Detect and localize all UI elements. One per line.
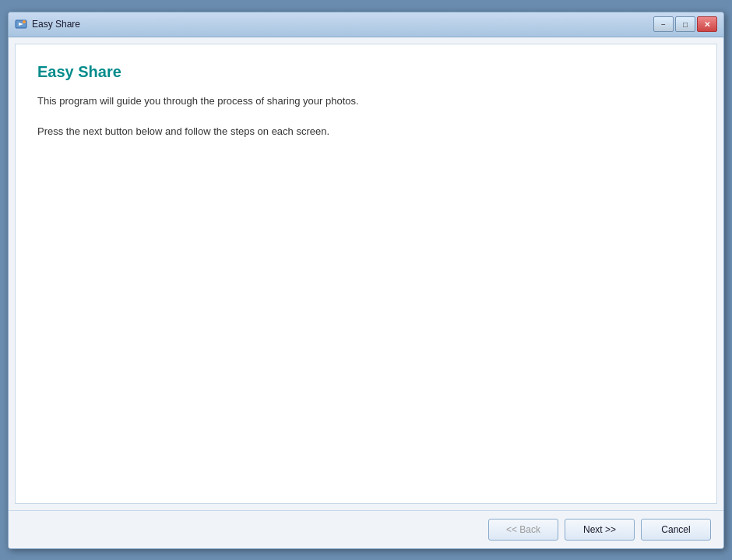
- description-line2: Press the next button below and follow t…: [37, 124, 695, 139]
- content-area: Easy Share This program will guide you t…: [15, 44, 717, 504]
- cancel-button[interactable]: Cancel: [641, 519, 711, 541]
- description-line1: This program will guide you through the …: [37, 93, 695, 109]
- title-bar-controls: − □ ✕: [653, 16, 717, 32]
- page-heading: Easy Share: [37, 63, 695, 81]
- title-bar: Easy Share − □ ✕: [9, 12, 723, 37]
- window-title: Easy Share: [32, 19, 653, 30]
- app-window: Easy Share − □ ✕ Easy Share This program…: [8, 12, 724, 549]
- window-icon: [15, 18, 27, 30]
- close-button[interactable]: ✕: [697, 16, 717, 32]
- footer: << Back Next >> Cancel: [9, 510, 723, 548]
- next-button[interactable]: Next >>: [565, 519, 635, 541]
- restore-button[interactable]: □: [675, 16, 695, 32]
- back-button[interactable]: << Back: [488, 519, 558, 541]
- minimize-button[interactable]: −: [653, 16, 674, 32]
